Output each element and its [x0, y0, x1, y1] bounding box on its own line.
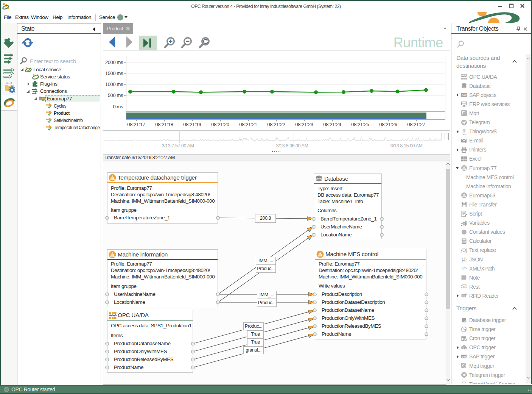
svg-text:RFID: RFID — [462, 295, 465, 297]
svg-text:SAP: SAP — [462, 94, 467, 97]
svg-text:</>: </> — [462, 266, 467, 270]
svg-text:ERP: ERP — [462, 103, 466, 105]
svg-text:{O}: {O} — [461, 247, 467, 253]
svg-text:(R): (R) — [463, 286, 465, 288]
svg-text:{J}: {J} — [462, 257, 467, 262]
